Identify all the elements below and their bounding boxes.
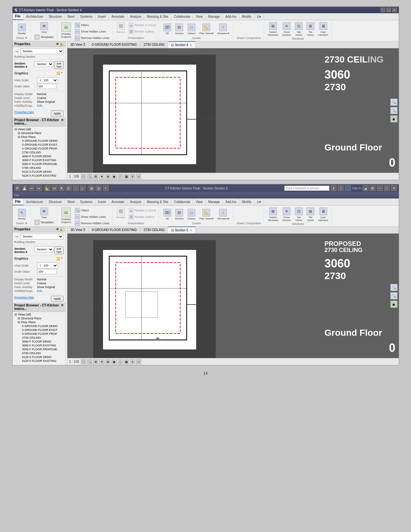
- properties-help-link[interactable]: Properties help: [15, 111, 34, 116]
- maximize-btn[interactable]: □: [387, 8, 391, 12]
- tab2-3d-view[interactable]: 3D View 3: [67, 227, 89, 233]
- edit-value[interactable]: Edit...: [37, 104, 64, 107]
- maximize-btn2[interactable]: □: [384, 185, 390, 191]
- pan-btn[interactable]: ◉: [390, 115, 397, 122]
- qa-g-btn[interactable]: G: [66, 185, 72, 191]
- render-gallery2-btn[interactable]: 🖼 Render Gallery: [128, 214, 157, 220]
- tree2-6120-exist[interactable]: 6120 S FLOOR EXISTING: [13, 359, 65, 363]
- tab2-steel[interactable]: Steel: [65, 198, 78, 205]
- tab-architecture[interactable]: Architecture: [24, 13, 46, 20]
- cloud-btn[interactable]: ☁: [363, 185, 368, 191]
- tab-modify[interactable]: Modify: [239, 13, 254, 20]
- tree2-0-ground-prop[interactable]: 0 GROUND FLOOR PROP.: [13, 332, 65, 336]
- section-btn[interactable]: ⊟ Section: [174, 23, 185, 35]
- tab2-view[interactable]: View: [193, 198, 206, 205]
- tab-ground-floor[interactable]: 0 GROUND FLOOR EXISTING: [89, 41, 140, 48]
- tab-3d-view[interactable]: 3D View 3: [67, 41, 89, 48]
- qa-more-btn[interactable]: =: [103, 185, 109, 191]
- properties-pin-2[interactable]: ✕ 🔒: [56, 227, 64, 231]
- tab2-ground-floor[interactable]: 0 GROUND FLOOR EXISTING: [89, 227, 140, 233]
- user-btn[interactable]: 👤: [345, 185, 351, 191]
- status-icon-10[interactable]: <: [136, 174, 141, 179]
- status2-icon-9[interactable]: ≡: [130, 359, 135, 364]
- section2-btn[interactable]: ⊟ Section: [174, 208, 185, 221]
- view-scale-select[interactable]: 1 : 100: [37, 77, 58, 83]
- modify-btn[interactable]: ↖ Modify: [17, 23, 27, 35]
- browser-close-2[interactable]: ✕: [61, 304, 64, 311]
- tree-0-ground-prop[interactable]: 0 GROUND FLOOR PROP.: [13, 147, 65, 150]
- edit-type-btn-2[interactable]: Edit Type: [54, 247, 63, 254]
- tab2-structure[interactable]: Structure: [46, 198, 65, 205]
- show-hidden2-btn[interactable]: --- Show Hidden Lines: [74, 214, 111, 220]
- tree2-3060-exist[interactable]: 3060 F FLOOR EXISTING: [13, 343, 65, 347]
- tree-views[interactable]: ⊟ Views (all): [13, 127, 65, 131]
- qa-tile-btn[interactable]: ⊟: [96, 185, 102, 191]
- tree-3060-demo[interactable]: 3060 F FLOOR DEMO: [13, 154, 65, 158]
- tab2-ceiling[interactable]: 2730 CEILING: [140, 227, 168, 233]
- switch2-btn[interactable]: ⊞ SwitchWindows: [267, 207, 279, 222]
- user-interface2-btn[interactable]: 🖥 UserInterface: [317, 207, 329, 222]
- search-input[interactable]: [284, 186, 329, 191]
- templates-btn[interactable]: 📋 Templates: [34, 34, 55, 40]
- tree2-3060-prop[interactable]: 3060 F FLOOR PROPOSE.: [13, 347, 65, 351]
- plan-views-btn[interactable]: 📐 Plan Views▾: [198, 23, 215, 35]
- qa-r-btn[interactable]: R: [15, 185, 20, 191]
- tab2-analyze[interactable]: Analyze: [127, 198, 144, 205]
- tree-2730-ceiling[interactable]: 2730 CEILING: [13, 150, 65, 154]
- status2-icon-10[interactable]: <: [136, 359, 141, 364]
- tab2-annotate[interactable]: Annotate: [109, 198, 127, 205]
- close-inactive2-btn[interactable]: ✕ CloseInactive: [281, 207, 292, 222]
- remove-hidden2-btn[interactable]: --- Remove Hidden Lines: [74, 220, 111, 226]
- tab-insert[interactable]: Insert: [95, 13, 109, 20]
- tab-steel[interactable]: Steel: [65, 13, 78, 20]
- view-scale-select-2[interactable]: 1 : 100: [37, 263, 58, 268]
- tree2-0-ground-exist[interactable]: 0 GROUND FLOOR EXIST.: [13, 328, 65, 332]
- star-btn[interactable]: ☆: [338, 185, 344, 191]
- zoom-out-btn-2[interactable]: 🔍: [390, 292, 397, 299]
- callout-btn[interactable]: □ Callout: [186, 23, 197, 35]
- tab-addins[interactable]: Add-Ins: [223, 13, 239, 20]
- switch-windows-btn[interactable]: ⊞ SwitchWindows: [267, 22, 279, 37]
- render-btn[interactable]: 🖼 Render: [115, 22, 126, 34]
- tab-systems[interactable]: Systems: [77, 13, 95, 20]
- 3d2-btn[interactable]: 3D 3D: [162, 208, 172, 221]
- filters2-btn[interactable]: 🔍 Filters: [74, 208, 111, 213]
- tree-5790[interactable]: 5790 CEILING: [13, 166, 65, 170]
- qa-undo-btn[interactable]: ↩: [29, 185, 34, 191]
- tree2-5790[interactable]: 5790 CEILING: [13, 351, 65, 355]
- tree-structural[interactable]: ⊟ Structural Plans: [13, 131, 65, 135]
- scale-num-input-2[interactable]: [37, 269, 56, 274]
- zoom-in-btn-2[interactable]: 🔍: [390, 284, 397, 291]
- render-cloud2-btn[interactable]: ☁ Render in Cloud: [128, 208, 157, 213]
- tab-collaborate[interactable]: Collaborate: [171, 13, 193, 20]
- apply-btn-2[interactable]: Apply: [51, 296, 64, 302]
- qa-save-btn[interactable]: 💾: [22, 185, 27, 191]
- tab2-context[interactable]: ⊡▾: [254, 198, 264, 205]
- templates2-btn[interactable]: 📋 Templates: [34, 219, 55, 225]
- plan-views2-btn[interactable]: 📐 Plan Views▾: [198, 208, 215, 221]
- type-dropdown-2[interactable]: Section: [20, 234, 64, 239]
- tree2-0-ground-demo[interactable]: 0 GROUND FLOOR DEMO: [13, 324, 65, 328]
- tree2-3060-demo[interactable]: 3060 F FLOOR DEMO: [13, 340, 65, 343]
- render-gallery-btn[interactable]: 🖼 Render Gallery: [128, 29, 157, 34]
- tab-massing[interactable]: Massing & Site: [144, 13, 171, 20]
- tab-file[interactable]: File: [13, 13, 24, 20]
- tab-views2-btn[interactable]: ⊡ TabViews: [294, 207, 304, 222]
- tab-context[interactable]: ⊡▾: [254, 13, 264, 20]
- status-icon-8[interactable]: ▦: [124, 174, 129, 179]
- zoom-in-btn[interactable]: 🔍: [390, 99, 397, 106]
- elevation-btn[interactable]: ↑ Elevation▾: [216, 23, 230, 35]
- tab-structure[interactable]: Structure: [46, 13, 65, 20]
- minimize-btn2[interactable]: ─: [377, 185, 383, 191]
- tree-6120-exist[interactable]: 6120 S FLOOR EXISTING: [13, 174, 65, 178]
- qa-a-btn[interactable]: A: [59, 185, 64, 191]
- status2-icon-6[interactable]: ◉: [112, 359, 117, 364]
- modify2-btn[interactable]: ↖ Modify: [17, 208, 27, 221]
- browser-close[interactable]: ✕: [61, 118, 64, 125]
- tree2-6120-demo[interactable]: 6120 S FLOOR DEMO: [13, 355, 65, 359]
- status-icon-1[interactable]: □: [81, 174, 86, 179]
- status-icon-3[interactable]: ⚙: [93, 174, 98, 179]
- tree2-floor-plans[interactable]: ⊟ Floor Plans: [13, 320, 65, 324]
- tree-0-ground-exist[interactable]: 0 GROUND FLOOR EXIST.: [13, 143, 65, 147]
- 3d-btn[interactable]: 3D 3D: [162, 23, 172, 35]
